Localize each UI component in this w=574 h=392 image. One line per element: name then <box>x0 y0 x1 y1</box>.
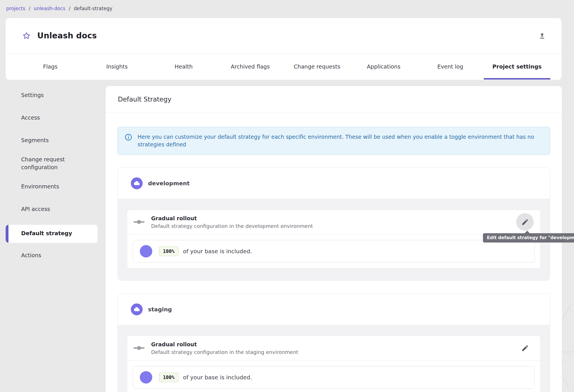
strategy-title: Gradual rollout <box>151 215 313 221</box>
strategy-titles: Gradual rollout Default strategy configu… <box>151 341 298 355</box>
environment-header: development <box>118 168 550 199</box>
environment-name: development <box>148 180 190 187</box>
settings-sidebar: Settings Access Segments Change request … <box>6 88 98 271</box>
breadcrumb-projects[interactable]: projects <box>6 6 25 11</box>
sidebar-item-change-request-configuration[interactable]: Change request configuration <box>6 156 98 172</box>
sidebar-item-api-access[interactable]: API access <box>6 202 98 217</box>
tab-applications[interactable]: Applications <box>350 54 417 80</box>
breadcrumb-separator: / <box>29 6 30 11</box>
project-tabs: Flags Insights Health Archived flags Cha… <box>6 54 562 80</box>
cloud-environment-icon <box>131 303 143 315</box>
environment-header: staging <box>118 294 550 325</box>
favorite-star-button[interactable] <box>22 31 31 41</box>
strategy-header: Gradual rollout Default strategy configu… <box>127 210 540 234</box>
sidebar-item-default-strategy[interactable]: Default strategy <box>6 225 98 243</box>
rollout-percent-badge: 100% <box>159 246 178 256</box>
sidebar-item-actions[interactable]: Actions <box>6 248 98 263</box>
project-header-card: Unleash docs Flags Insights Health Archi… <box>6 18 562 80</box>
tab-health[interactable]: Health <box>150 54 217 80</box>
edit-strategy-tooltip: Edit default strategy for "development" <box>483 233 574 243</box>
strategy-content: 100% of your base is included. <box>127 234 540 268</box>
environment-body: Gradual rollout Default strategy configu… <box>118 325 550 392</box>
tab-change-requests[interactable]: Change requests <box>284 54 350 80</box>
gradual-rollout-icon <box>133 218 145 226</box>
rollout-donut-100 <box>140 245 152 257</box>
default-strategy-item: Gradual rollout Default strategy configu… <box>127 210 541 268</box>
sidebar-item-segments[interactable]: Segments <box>6 133 98 148</box>
upload-icon <box>538 32 546 40</box>
pencil-icon <box>521 218 529 226</box>
environment-name: staging <box>148 306 172 313</box>
cloud-environment-icon <box>131 177 143 189</box>
default-strategy-item: Gradual rollout Default strategy configu… <box>127 336 541 392</box>
info-alert: Here you can customize your default stra… <box>118 127 550 155</box>
info-icon <box>125 133 132 141</box>
strategy-description: Default strategy configuration in the st… <box>151 349 298 355</box>
rollout-percent-badge: 100% <box>159 373 178 382</box>
rollout-summary-box: 100% of your base is included. <box>133 366 535 389</box>
info-alert-text: Here you can customize your default stra… <box>138 133 543 148</box>
strategy-description: Default strategy configuration in the de… <box>151 223 313 229</box>
star-outline-icon <box>22 32 31 40</box>
strategy-titles: Gradual rollout Default strategy configu… <box>151 215 313 229</box>
tooltip-text: Edit default strategy for "development" <box>487 235 574 240</box>
tab-archived-flags[interactable]: Archived flags <box>217 54 284 80</box>
breadcrumb-project-id[interactable]: unleash-docs <box>34 6 65 11</box>
breadcrumb-separator: / <box>69 6 70 11</box>
page-title: Unleash docs <box>37 31 97 40</box>
rollout-donut-100 <box>140 371 152 384</box>
breadcrumb-current-page: default-strategy <box>74 6 112 11</box>
sidebar-item-settings[interactable]: Settings <box>6 88 98 103</box>
tab-project-settings[interactable]: Project settings <box>484 54 551 80</box>
environment-card-development: development Gradual rollout Default stra… <box>118 167 550 281</box>
sidebar-item-environments[interactable]: Environments <box>6 180 98 194</box>
rollout-summary-box: 100% of your base is included. <box>133 240 535 263</box>
panel-title: Default Strategy <box>106 86 562 113</box>
tab-event-log[interactable]: Event log <box>417 54 484 80</box>
edit-strategy-button-development[interactable] <box>516 213 534 231</box>
tab-insights[interactable]: Insights <box>84 54 151 80</box>
edit-strategy-button-staging[interactable] <box>516 339 534 357</box>
project-title-row: Unleash docs <box>6 18 562 54</box>
rollout-description-text: of your base is included. <box>183 248 252 255</box>
strategy-title: Gradual rollout <box>151 341 298 347</box>
strategy-content: 100% of your base is included. <box>127 360 540 392</box>
export-upload-button[interactable] <box>536 30 548 42</box>
gradual-rollout-icon <box>133 344 145 352</box>
rollout-description-text: of your base is included. <box>183 374 252 381</box>
tab-flags[interactable]: Flags <box>17 54 84 80</box>
sidebar-item-access[interactable]: Access <box>6 111 98 125</box>
strategy-header: Gradual rollout Default strategy configu… <box>127 336 540 360</box>
environment-card-staging: staging Gradual rollout Default strategy… <box>118 293 550 392</box>
pencil-icon <box>521 344 529 352</box>
breadcrumb: projects / unleash-docs / default-strate… <box>6 6 112 11</box>
